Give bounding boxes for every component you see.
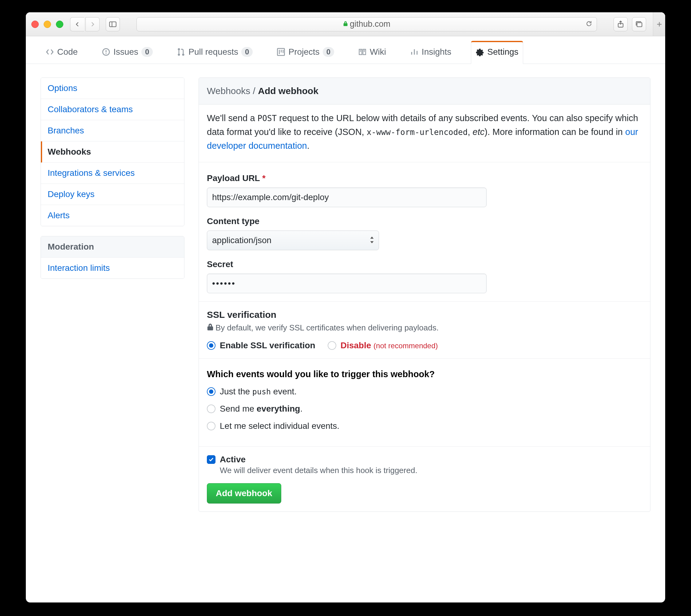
tab-settings[interactable]: Settings <box>471 41 523 64</box>
radio-icon <box>328 341 336 350</box>
intro-text: We'll send a POST request to the URL bel… <box>199 105 650 162</box>
sidebar-item-webhooks[interactable]: Webhooks <box>41 141 184 162</box>
share-button[interactable] <box>614 17 628 31</box>
payload-url-label: Payload URL * <box>207 173 642 183</box>
window-minimize-button[interactable] <box>44 21 51 28</box>
tab-pulls[interactable]: Pull requests 0 <box>173 41 257 64</box>
lock-icon <box>207 323 214 330</box>
content-type-select[interactable]: application/json <box>207 230 379 250</box>
checkbox-icon <box>207 455 216 464</box>
radio-icon <box>207 422 216 430</box>
tab-insights[interactable]: Insights <box>406 41 456 64</box>
browser-window: github.com Code Issues <box>26 12 665 602</box>
ssl-disable-radio[interactable]: Disable (not recommended) <box>328 340 438 350</box>
radio-icon <box>207 341 216 350</box>
select-caret-icon <box>370 236 374 244</box>
lock-icon <box>343 21 348 28</box>
code-icon <box>45 48 54 56</box>
webhook-form-box: Webhooks / Add webhook We'll send a POST… <box>199 78 650 512</box>
tab-wiki[interactable]: Wiki <box>354 41 391 64</box>
sidebar-toggle-button[interactable] <box>106 17 120 31</box>
tab-projects[interactable]: Projects 0 <box>272 41 338 64</box>
ssl-enable-radio[interactable]: Enable SSL verification <box>207 340 315 350</box>
add-webhook-button[interactable]: Add webhook <box>207 483 281 504</box>
tab-settings-label: Settings <box>487 47 518 57</box>
tab-projects-label: Projects <box>288 47 319 57</box>
radio-icon <box>207 404 216 413</box>
svg-point-6 <box>106 53 106 54</box>
active-checkbox[interactable]: Active <box>207 455 642 464</box>
breadcrumb-current: Add webhook <box>258 86 318 96</box>
back-button[interactable] <box>70 17 84 31</box>
sidebar-item-alerts[interactable]: Alerts <box>41 205 184 226</box>
sidebar-item-branches[interactable]: Branches <box>41 120 184 141</box>
tab-code[interactable]: Code <box>41 41 82 64</box>
secret-input[interactable] <box>207 273 487 293</box>
book-icon <box>358 48 367 56</box>
settings-sidebar: Options Collaborators & teams Branches W… <box>41 78 184 584</box>
event-push-radio[interactable]: Just the push event. <box>207 387 642 397</box>
forward-button[interactable] <box>86 17 99 31</box>
tab-issues[interactable]: Issues 0 <box>97 41 157 64</box>
traffic-lights <box>31 21 63 28</box>
repo-tabnav: Code Issues 0 Pull requests 0 Projects 0… <box>26 36 665 64</box>
tab-projects-count: 0 <box>323 47 334 57</box>
tab-pulls-count: 0 <box>241 47 253 57</box>
tab-code-label: Code <box>57 47 78 57</box>
sidebar-item-interaction-limits[interactable]: Interaction limits <box>41 258 184 279</box>
new-tab-button[interactable] <box>653 12 665 36</box>
graph-icon <box>410 48 419 56</box>
tabs-button[interactable] <box>632 17 646 31</box>
active-note: We will deliver event details when this … <box>220 466 642 475</box>
project-icon <box>277 48 285 56</box>
radio-icon <box>207 387 216 396</box>
tab-issues-label: Issues <box>113 47 138 57</box>
svg-rect-3 <box>637 22 642 26</box>
event-individual-radio[interactable]: Let me select individual events. <box>207 421 642 431</box>
sidebar-item-deploy-keys[interactable]: Deploy keys <box>41 184 184 205</box>
svg-rect-0 <box>109 22 116 27</box>
sidebar-item-integrations[interactable]: Integrations & services <box>41 162 184 184</box>
event-everything-radio[interactable]: Send me everything. <box>207 404 642 414</box>
svg-point-9 <box>182 53 184 56</box>
sidebar-item-options[interactable]: Options <box>41 78 184 99</box>
tab-pulls-label: Pull requests <box>188 47 238 57</box>
ssl-note: By default, we verify SSL certificates w… <box>207 323 642 333</box>
sidebar-header-moderation: Moderation <box>41 236 184 258</box>
events-question: Which events would you like to trigger t… <box>207 369 642 379</box>
tab-insights-label: Insights <box>422 47 451 57</box>
breadcrumb-parent: Webhooks <box>207 86 250 96</box>
window-close-button[interactable] <box>31 21 39 28</box>
svg-point-7 <box>178 48 180 50</box>
breadcrumb: Webhooks / Add webhook <box>199 78 650 105</box>
payload-url-input[interactable] <box>207 188 487 207</box>
titlebar: github.com <box>26 12 665 36</box>
address-bar[interactable]: github.com <box>136 17 597 31</box>
window-fullscreen-button[interactable] <box>56 21 63 28</box>
svg-point-8 <box>178 53 180 56</box>
tab-wiki-label: Wiki <box>370 47 386 57</box>
address-domain: github.com <box>350 19 391 29</box>
gear-icon <box>475 48 484 56</box>
content-type-value: application/json <box>212 236 271 245</box>
issue-icon <box>102 48 110 56</box>
content-type-label: Content type <box>207 216 642 226</box>
ssl-heading: SSL verification <box>207 310 642 320</box>
sidebar-item-collaborators[interactable]: Collaborators & teams <box>41 99 184 120</box>
pull-request-icon <box>177 48 185 56</box>
reload-icon[interactable] <box>585 20 592 28</box>
tab-issues-count: 0 <box>141 47 153 57</box>
secret-label: Secret <box>207 260 642 269</box>
